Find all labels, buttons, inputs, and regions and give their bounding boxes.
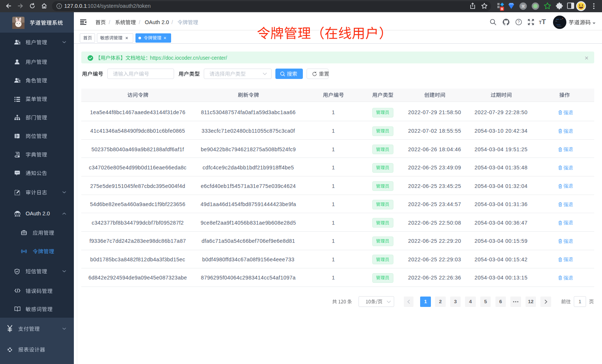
svg-text:9: 9	[501, 7, 503, 11]
svg-text:?: ?	[518, 20, 520, 24]
svg-text:⌘: ⌘	[521, 4, 525, 9]
